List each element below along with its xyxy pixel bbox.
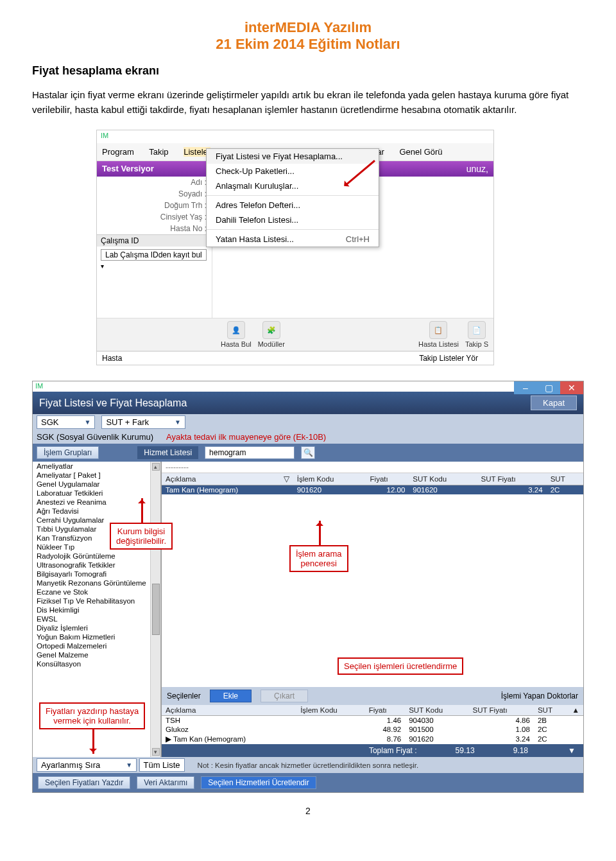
tool-moduller[interactable]: 🧩Modüller	[258, 321, 285, 348]
screenshot-2: IM – ▢ ✕ Fiyat Listesi ve Fiyat Hesaplam…	[32, 381, 584, 793]
table-row[interactable]: TSH1.469040304.862B	[162, 716, 583, 726]
islem-gruplari-button[interactable]: İşlem Grupları	[37, 446, 99, 459]
section-title: Fiyat hesaplama ekranı	[32, 64, 584, 78]
lab-calisma-input[interactable]: Lab Çalışma IDden kayıt bul	[101, 249, 207, 261]
doktorlar-label: İşlemi Yapan Doktorlar	[501, 691, 578, 700]
scroll-down-icon[interactable]: ▾	[152, 748, 160, 756]
tab-hasta[interactable]: Hasta	[102, 354, 122, 363]
col-fiyati[interactable]: Fiyatı	[366, 473, 409, 485]
ucretlendir-button[interactable]: Seçilen Hizmetleri Ücretlendir	[201, 776, 316, 789]
window-close-icon[interactable]: ✕	[560, 381, 583, 394]
kurum-combobox[interactable]: SGK▼	[37, 415, 95, 429]
ek10b-note: Ayakta tedavi ilk muayeneye göre (Ek-10B…	[166, 432, 326, 442]
kurum-full-label: SGK (Sosyal Güvenlik Kurumu)	[37, 432, 153, 442]
patient-info-pane: Adı : Soyadı : Doğum Trh : Cinsiyet Yaş …	[97, 177, 212, 318]
group-item[interactable]: Dis Hekimligi	[33, 605, 160, 614]
dialog-header: Fiyat Listesi ve Fiyat Hesaplama Kapat	[33, 392, 583, 414]
group-item[interactable]: Eczane ve Stok	[33, 587, 160, 596]
app-logo-2: IM	[33, 382, 46, 390]
group-item[interactable]: Ameliyatar [ Paket ]	[33, 471, 160, 480]
group-item[interactable]: Genel Uygulamalar	[33, 480, 160, 489]
cikart-button[interactable]: Çıkart	[261, 690, 308, 702]
doc-title-2: 21 Ekim 2014 Eğitim Notları	[32, 36, 584, 53]
fiyat-yazdir-button[interactable]: Seçilen Fiyatları Yazdır	[38, 776, 130, 789]
group-item[interactable]: Genel Malzeme	[33, 650, 160, 659]
chevron-down-icon: ▼	[175, 419, 181, 426]
window-maximize-icon[interactable]: ▢	[537, 381, 560, 394]
main-toolbar: 👤Hasta Bul 🧩Modüller 📋Hasta Listesi 📄Tak…	[97, 318, 493, 351]
doc-title-block: interMEDIA Yazılım 21 Ekim 2014 Eğitim N…	[32, 19, 584, 53]
toplam-label: Toplam Fiyat :	[369, 746, 417, 755]
menu-takip[interactable]: Takip	[149, 147, 168, 157]
group-item[interactable]: Radyolojik Görüntüleme	[33, 552, 160, 561]
test-banner: Test Versiyor	[97, 161, 159, 177]
chevron-down-icon: ▼	[126, 761, 132, 769]
label-dogum: Doğum Trh :	[97, 200, 212, 211]
dropdown-adres-tel[interactable]: Adres Telefon Defteri...	[207, 198, 379, 213]
group-item[interactable]: Ortopedi Malzemeleri	[33, 641, 160, 650]
tarife-combobox[interactable]: SUT + Fark▼	[101, 415, 185, 429]
group-item[interactable]: Bilgisayarlı Tomografi	[33, 570, 160, 578]
tool-hasta-bul[interactable]: 👤Hasta Bul	[221, 321, 252, 348]
doc-title-1: interMEDIA Yazılım	[32, 19, 584, 36]
menu-genel[interactable]: Genel Görü	[399, 147, 442, 157]
window-minimize-icon[interactable]: –	[514, 381, 537, 394]
dropdown-checkup[interactable]: Check-Up Paketleri...	[207, 164, 379, 178]
group-item[interactable]: Yoğun Bakım Hizmetleri	[33, 632, 160, 641]
label-hastano: Hasta No :	[97, 223, 212, 234]
label-adi: Adı :	[97, 177, 212, 188]
menu-program[interactable]: Program	[102, 147, 134, 157]
table-row[interactable]: ▶ Tam Kan (Hemogram)8.769016203.242C	[162, 734, 583, 744]
dropdown-fiyat-listesi[interactable]: Fiyat Listesi ve Fiyat Hesaplama...	[207, 149, 379, 164]
col-sutfiyati[interactable]: SUT Fiyatı	[477, 473, 546, 485]
screenshot-1: IM Program Takip Listeler Kişisel Yöneti…	[96, 130, 494, 365]
group-item[interactable]: EWSL	[33, 614, 160, 623]
col-islemkodu[interactable]: İşlem Kodu	[293, 473, 366, 485]
label-cinsiyet: Cinsiyet Yaş :	[97, 211, 212, 223]
tabs-right[interactable]: Takip Listeler Yör	[419, 354, 478, 363]
dropdown-anlasmali[interactable]: Anlaşmalı Kuruluşlar...	[207, 178, 379, 193]
dialog-title: Fiyat Listesi ve Fiyat Hesaplama	[39, 397, 187, 409]
ekle-button[interactable]: Ekle	[210, 690, 252, 702]
group-item[interactable]: Ultrasonografik Tetkikler	[33, 561, 160, 570]
toplam-fiyat: 59.13	[456, 746, 475, 755]
col-sutkodu[interactable]: SUT Kodu	[409, 473, 477, 485]
chevron-down-icon: ▼	[84, 419, 90, 426]
toplam-sut: 9.18	[513, 746, 528, 755]
group-item[interactable]: Manyetik Rezonans Görüntüleme	[33, 578, 160, 587]
kapat-button[interactable]: Kapat	[531, 396, 577, 410]
scroll-thumb[interactable]	[152, 584, 160, 635]
group-item[interactable]: Konsültasyon	[33, 659, 160, 668]
col-aciklama[interactable]: Açıklama	[162, 473, 259, 485]
callout-secilen-ucretlendirme: Seçilen işlemleri ücretlendirme	[338, 657, 463, 675]
group-item[interactable]: Fiziksel Tıp Ve Rehabilitasyon	[33, 596, 160, 605]
liste-combobox[interactable]: Tüm Liste	[139, 758, 185, 772]
page-number: 2	[32, 806, 584, 816]
group-item[interactable]: Ameliyatlar	[33, 462, 160, 471]
sidebar-scrollbar[interactable]: ▴ ▾	[150, 462, 160, 757]
veri-aktarimi-button[interactable]: Veri Aktarımı	[137, 776, 194, 789]
table-row[interactable]: Tam Kan (Hemogram) 901620 12.00 901620 3…	[162, 485, 583, 495]
table-row[interactable]: Glukoz48.929015001.082C	[162, 725, 583, 734]
fiyat-note: Not : Kesin fiyatlar ancak hizmetler ücr…	[191, 760, 579, 771]
search-input[interactable]	[205, 446, 295, 459]
scroll-up-icon[interactable]: ▴	[152, 463, 160, 471]
listeler-dropdown: Fiyat Listesi ve Fiyat Hesaplama... Chec…	[206, 148, 379, 247]
calisma-id-label: Çalışma ID	[97, 234, 212, 247]
callout-islem-arama: İşlem arama penceresi	[289, 545, 348, 572]
modules-icon: 🧩	[262, 321, 280, 339]
shortcut-ctrl-h: Ctrl+H	[346, 234, 370, 244]
tool-takip[interactable]: 📄Takip S	[465, 321, 488, 348]
clipboard-icon: 📄	[468, 321, 486, 339]
dropdown-yatan-hasta[interactable]: Yatan Hasta Listesi... Ctrl+H	[207, 232, 379, 247]
group-item[interactable]: Diyaliz İşlemleri	[33, 623, 160, 632]
hizmet-listesi-table: Açıklama ▽ İşlem Kodu Fiyatı SUT Kodu SU…	[162, 473, 583, 494]
dropdown-dahili-tel[interactable]: Dahili Telefon Listesi...	[207, 213, 379, 227]
body-text: Hastalar için fiyat verme ekranı üzerind…	[32, 88, 584, 117]
col-sut[interactable]: SUT	[547, 473, 583, 485]
search-icon[interactable]: 🔍	[301, 446, 315, 459]
lab-calisma-dropdown-icon[interactable]: ▾	[101, 263, 104, 270]
siralama-combobox[interactable]: Ayarlanmış Sıra▼	[37, 758, 137, 772]
tool-hasta-listesi[interactable]: 📋Hasta Listesi	[418, 321, 459, 348]
list-icon: 📋	[429, 321, 447, 339]
